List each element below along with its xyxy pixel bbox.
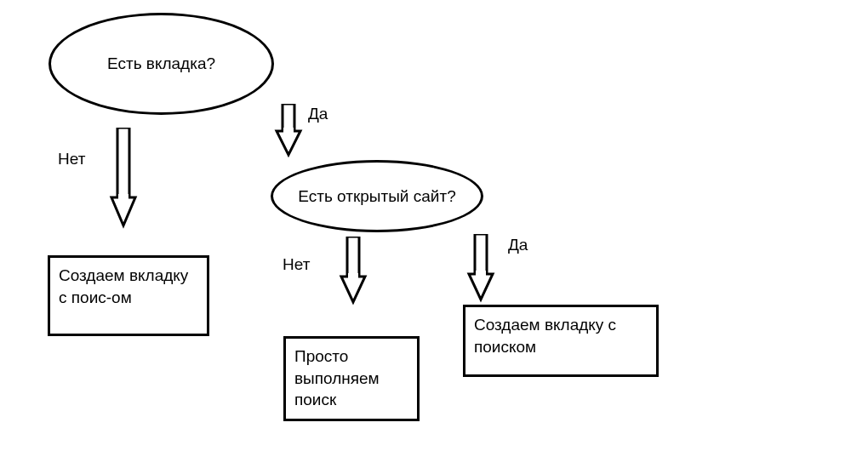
decision-has-open-site: Есть открытый сайт? <box>271 160 483 232</box>
label-yes-1: Да <box>308 105 328 123</box>
label-yes-2: Да <box>508 236 528 254</box>
svg-rect-8 <box>348 273 358 280</box>
arrow-decision1-yes <box>271 104 306 159</box>
svg-rect-9 <box>475 234 487 277</box>
label-no-1: Нет <box>58 150 85 168</box>
decision-has-open-site-label: Есть открытый сайт? <box>298 187 455 206</box>
decision-has-tab-label: Есть вкладка? <box>107 54 215 73</box>
action-create-tab-search-2-label: Создаем вкладку с поиском <box>474 316 616 356</box>
svg-rect-6 <box>347 237 359 279</box>
svg-marker-1 <box>111 197 135 226</box>
action-just-search-label: Просто выполняем поиск <box>294 347 380 408</box>
svg-rect-2 <box>118 194 128 201</box>
decision-has-tab: Есть вкладка? <box>49 13 274 115</box>
action-just-search: Просто выполняем поиск <box>283 336 420 421</box>
action-create-tab-search-1-label: Создаем вкладку с поис-ом <box>59 266 188 306</box>
arrow-decision2-no <box>336 237 370 306</box>
svg-rect-0 <box>117 128 129 200</box>
arrow-decision2-yes <box>464 234 498 304</box>
arrow-decision1-no <box>106 128 140 230</box>
svg-rect-11 <box>476 271 486 277</box>
svg-marker-7 <box>341 277 365 302</box>
svg-marker-10 <box>469 274 493 300</box>
svg-marker-4 <box>277 131 300 155</box>
action-create-tab-search-2: Создаем вкладку с поиском <box>463 305 659 377</box>
action-create-tab-search-1: Создаем вкладку с поис-ом <box>48 255 209 336</box>
label-no-2: Нет <box>283 255 310 274</box>
svg-rect-5 <box>283 128 294 134</box>
